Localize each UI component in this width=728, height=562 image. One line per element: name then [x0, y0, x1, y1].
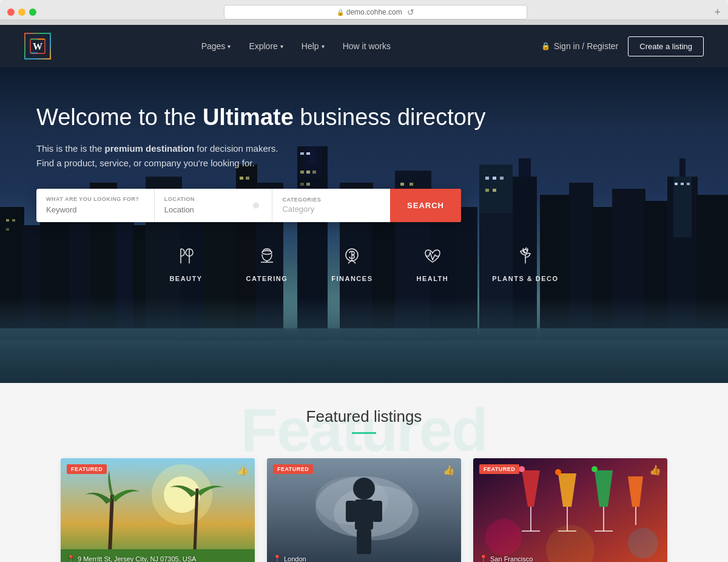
keyword-input[interactable] [46, 205, 144, 214]
category-plants[interactable]: PLANTS & DECO [470, 246, 580, 282]
search-button[interactable]: SEARCH [390, 189, 461, 222]
svg-point-112 [485, 519, 522, 555]
nav-link-how[interactable]: How it works [343, 41, 391, 51]
svg-rect-61 [493, 189, 496, 192]
logo[interactable]: W [24, 33, 51, 59]
nav-link-pages[interactable]: Pages ▾ [201, 41, 231, 51]
nav-item-how[interactable]: How it works [343, 41, 391, 51]
category-finances[interactable]: FINANCES [309, 246, 394, 282]
card-image-2: FEATURED 👍 📍 London [267, 458, 461, 562]
water-reflection [0, 328, 728, 383]
svg-rect-93 [346, 501, 356, 522]
card-2-location: 📍 London [273, 555, 306, 562]
categories-bar: BEAUTY CATERING [0, 222, 728, 294]
keyword-label: WHAT ARE YOU LOOKING FOR? [46, 196, 144, 202]
svg-rect-32 [246, 177, 249, 180]
nav-right: 🔒 Sign in / Register Create a listing [541, 36, 704, 56]
url-text: demo.cohhe.com [346, 8, 402, 16]
svg-text:W: W [33, 41, 42, 52]
svg-point-91 [353, 478, 375, 499]
svg-rect-31 [240, 177, 243, 180]
beauty-label: BEAUTY [169, 275, 202, 282]
svg-rect-60 [485, 189, 489, 192]
listing-card-1[interactable]: FEATURED 👍 📍 9 Merritt St, Jersey City, … [61, 458, 255, 562]
hero-section: Welcome to the Ultimate business directo… [0, 67, 728, 383]
navbar: W Pages ▾ Explore ▾ Help ▾ [0, 25, 728, 67]
svg-point-83 [152, 464, 212, 525]
svg-rect-42 [300, 183, 304, 186]
svg-rect-94 [372, 501, 382, 522]
refresh-icon[interactable]: ↺ [407, 7, 414, 17]
listing-card-2[interactable]: FEATURED 👍 📍 London [267, 458, 461, 562]
card-image-3: FEATURED 👍 📍 San Francisco [473, 458, 667, 562]
nav-item-explore[interactable]: Explore ▾ [249, 41, 283, 51]
address-bar[interactable]: 🔒 demo.cohhe.com ↺ [224, 5, 527, 19]
nav-links: Pages ▾ Explore ▾ Help ▾ How it works [201, 41, 391, 51]
listing-card-3[interactable]: FEATURED 👍 📍 San Francisco [473, 458, 667, 562]
maximize-dot[interactable] [29, 8, 36, 16]
location-field: LOCATION ⊕ [155, 189, 273, 222]
plants-label: PLANTS & DECO [492, 275, 558, 282]
chevron-icon: ▾ [322, 43, 325, 50]
svg-rect-3 [38, 39, 45, 40]
card-3-location: 📍 San Francisco [479, 555, 533, 562]
nav-link-explore[interactable]: Explore ▾ [249, 41, 283, 51]
chevron-icon: ▾ [280, 43, 283, 50]
nav-link-help[interactable]: Help ▾ [302, 41, 325, 51]
svg-rect-57 [485, 177, 489, 180]
svg-rect-2 [30, 53, 38, 54]
svg-rect-71 [675, 183, 678, 185]
svg-rect-72 [681, 183, 684, 185]
svg-point-113 [628, 528, 658, 558]
sign-in-link[interactable]: 🔒 Sign in / Register [541, 41, 619, 51]
tab-bar [0, 20, 728, 25]
category-select[interactable]: Category [282, 205, 380, 214]
featured-bg-text: Featured [241, 395, 487, 465]
card-2-like[interactable]: 👍 [443, 464, 455, 476]
nav-item-help[interactable]: Help ▾ [302, 41, 325, 51]
finances-label: FINANCES [331, 275, 372, 282]
svg-rect-58 [493, 177, 496, 180]
chevron-icon: ▾ [228, 43, 231, 50]
category-field: CATEGORIES Category [272, 189, 390, 222]
svg-rect-41 [312, 171, 316, 174]
card-1-like[interactable]: 👍 [237, 464, 249, 476]
svg-rect-39 [300, 171, 304, 174]
keyword-field: WHAT ARE YOU LOOKING FOR? [36, 189, 155, 222]
category-beauty[interactable]: BEAUTY [147, 246, 224, 282]
card-image-1: FEATURED 👍 📍 9 Merritt St, Jersey City, … [61, 458, 255, 562]
card-1-badge: FEATURED [67, 464, 107, 474]
search-bar: WHAT ARE YOU LOOKING FOR? LOCATION ⊕ CAT… [36, 189, 461, 222]
featured-divider [352, 432, 376, 434]
plants-icon [516, 246, 535, 270]
svg-point-111 [592, 466, 598, 472]
create-listing-button[interactable]: Create a listing [628, 36, 704, 56]
svg-rect-56 [410, 183, 413, 186]
category-health[interactable]: HEALTH [394, 246, 470, 282]
finances-icon [342, 246, 362, 270]
health-icon [423, 246, 442, 270]
hero-content: Welcome to the Ultimate business directo… [0, 67, 728, 171]
nav-item-pages[interactable]: Pages ▾ [201, 41, 231, 51]
category-catering[interactable]: CATERING [224, 246, 310, 282]
close-dot[interactable] [7, 8, 15, 16]
new-tab-button[interactable]: + [714, 6, 721, 19]
featured-section: Featured Featured listings [0, 383, 728, 562]
logo-box: W [24, 33, 51, 59]
minimize-dot[interactable] [18, 8, 25, 16]
svg-point-109 [519, 466, 525, 472]
svg-rect-73 [687, 183, 690, 185]
card-3-like[interactable]: 👍 [649, 464, 661, 476]
beauty-icon [176, 246, 195, 270]
catering-icon [257, 246, 277, 270]
card-3-badge: FEATURED [479, 464, 519, 474]
categories-label: CATEGORIES [282, 197, 380, 203]
svg-rect-92 [355, 499, 373, 530]
location-input[interactable] [164, 205, 253, 214]
svg-rect-40 [306, 171, 310, 174]
location-pin-icon: 📍 [273, 555, 281, 562]
lock-icon: 🔒 [337, 9, 344, 16]
svg-point-110 [555, 469, 561, 475]
browser-dots [7, 8, 36, 16]
svg-rect-55 [400, 183, 404, 186]
